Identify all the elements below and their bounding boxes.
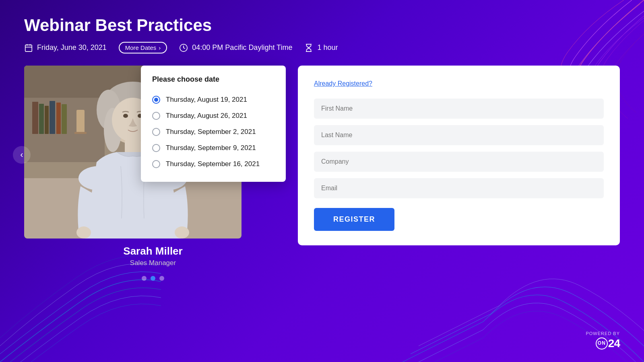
date-dropdown: Please choose date Thursday, August 19, … — [141, 66, 286, 182]
svg-point-27 — [78, 166, 119, 190]
speaker-name: Sarah Miller — [24, 245, 282, 257]
carousel-dots — [24, 276, 282, 281]
main-content: Webinar Best Practices Friday, June 30, … — [0, 0, 644, 297]
on24-logo: ON24 — [586, 337, 620, 350]
radio-1[interactable] — [152, 96, 160, 104]
duration-meta: 1 hour — [304, 43, 338, 52]
dropdown-title: Please choose date — [152, 75, 275, 84]
svg-point-29 — [76, 226, 91, 239]
date-option-5[interactable]: Thursday, September 16, 2021 — [152, 156, 275, 172]
first-name-input[interactable] — [314, 99, 604, 119]
svg-rect-10 — [39, 104, 44, 134]
company-input[interactable] — [314, 152, 604, 172]
date-option-2[interactable]: Thursday, August 26, 2021 — [152, 108, 275, 124]
date-option-3[interactable]: Thursday, September 2, 2021 — [152, 124, 275, 140]
radio-3[interactable] — [152, 128, 160, 136]
prev-arrow[interactable]: ‹ — [13, 146, 31, 164]
svg-rect-13 — [56, 103, 61, 134]
already-registered-link[interactable]: Already Registered? — [314, 80, 372, 87]
meta-row: Friday, June 30, 2021 More Dates › 04:00… — [24, 42, 620, 53]
dot-2[interactable] — [151, 276, 155, 281]
date-option-4[interactable]: Thursday, September 9, 2021 — [152, 140, 275, 156]
email-input[interactable] — [314, 178, 604, 198]
svg-point-24 — [123, 114, 128, 118]
last-name-input[interactable] — [314, 125, 604, 145]
speaker-info: Sarah Miller Sales Manager — [24, 239, 282, 270]
powered-by-text: POWERED BY — [586, 331, 620, 336]
duration-text: 1 hour — [317, 43, 338, 52]
speaker-role: Sales Manager — [24, 259, 282, 267]
clock-icon — [179, 43, 188, 52]
more-dates-button[interactable]: More Dates › — [119, 42, 167, 53]
svg-rect-12 — [50, 101, 55, 134]
on24-circle-icon: ON — [596, 337, 608, 350]
registration-form: Already Registered? REGISTER — [298, 66, 620, 245]
dot-3[interactable] — [159, 276, 164, 281]
register-button[interactable]: REGISTER — [314, 208, 394, 231]
svg-rect-14 — [62, 104, 67, 134]
svg-rect-0 — [25, 45, 32, 51]
svg-rect-16 — [74, 132, 87, 134]
radio-5[interactable] — [152, 160, 160, 168]
on24-branding: POWERED BY ON24 — [586, 331, 620, 350]
dot-1[interactable] — [142, 276, 147, 281]
calendar-icon — [24, 43, 33, 52]
svg-rect-15 — [76, 110, 85, 134]
date-meta: Friday, June 30, 2021 — [24, 43, 107, 52]
time-text: 04:00 PM Pacific Daylight Time — [192, 43, 292, 52]
radio-4[interactable] — [152, 144, 160, 152]
date-option-1[interactable]: Thursday, August 19, 2021 — [152, 92, 275, 108]
time-meta: 04:00 PM Pacific Daylight Time — [179, 43, 292, 52]
svg-point-30 — [175, 226, 189, 239]
svg-rect-9 — [32, 102, 38, 134]
page-title: Webinar Best Practices — [24, 16, 620, 35]
date-text: Friday, June 30, 2021 — [37, 43, 107, 52]
main-area: ‹ — [24, 66, 620, 281]
left-section: ‹ — [24, 66, 282, 281]
hourglass-icon — [304, 43, 313, 52]
svg-rect-11 — [45, 106, 49, 134]
radio-2[interactable] — [152, 112, 160, 120]
chevron-right-icon: › — [159, 44, 161, 51]
